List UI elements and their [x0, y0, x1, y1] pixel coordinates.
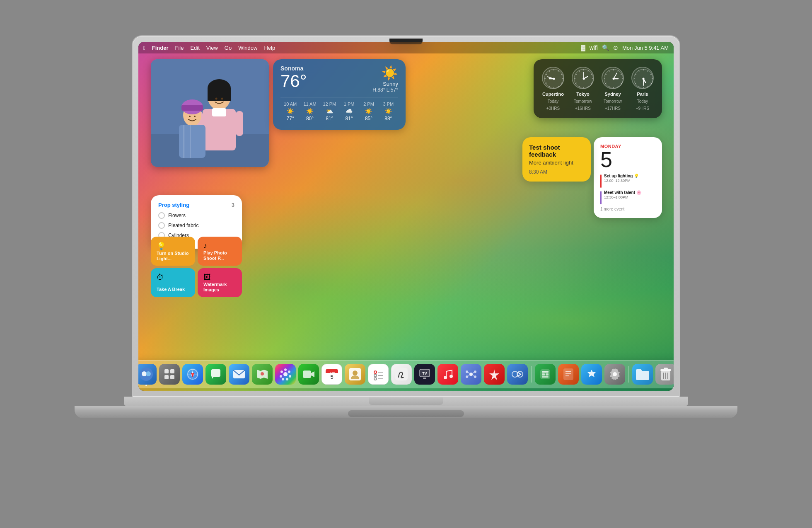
- reminder-item-fabric: Pleated fabric: [158, 222, 234, 229]
- file-menu[interactable]: File: [175, 45, 184, 51]
- clock-face-paris: [631, 67, 654, 89]
- svg-text:TV: TV: [422, 371, 427, 375]
- weather-hl: H:88° L:57°: [372, 87, 398, 93]
- dock-app-reminders[interactable]: [368, 364, 389, 385]
- dock-app-mindnode[interactable]: [461, 364, 481, 385]
- clock-day-paris: Today: [637, 99, 648, 104]
- window-menu[interactable]: Window: [238, 45, 257, 51]
- weather-hour-item: 1 PM ☁️ 81°: [339, 102, 359, 121]
- weather-condition: Sunny: [372, 81, 398, 87]
- control-center-icon[interactable]: ⊙: [613, 44, 618, 51]
- svg-point-102: [289, 375, 291, 378]
- clock-city-paris: Paris: [637, 92, 648, 97]
- shortcut-break[interactable]: ⏱ Take A Break: [151, 268, 195, 297]
- dock-app-freeform[interactable]: [391, 364, 412, 385]
- clock-day-cupertino: Today: [548, 99, 559, 104]
- reminder-circle-1[interactable]: [158, 212, 165, 219]
- dock-app-trash[interactable]: [655, 364, 674, 385]
- battery-icon[interactable]: ▓: [581, 44, 585, 51]
- notes-title: Test shoot feedback: [529, 144, 584, 158]
- dock-app-pages[interactable]: [558, 364, 579, 385]
- dock-separator-2: [628, 366, 629, 383]
- svg-rect-86: [164, 369, 169, 373]
- svg-rect-8: [212, 108, 226, 116]
- svg-point-66: [613, 78, 615, 80]
- svg-point-132: [474, 371, 476, 373]
- dock-app-launchpad[interactable]: [159, 364, 180, 385]
- svg-line-136: [473, 372, 474, 373]
- datetime-display: Mon Jun 5 9:41 AM: [622, 45, 669, 51]
- dock-app-finder[interactable]: [138, 364, 157, 385]
- photo-widget: [151, 59, 269, 167]
- finder-menu[interactable]: Finder: [152, 45, 169, 51]
- dock-app-calendar[interactable]: 5JUN: [321, 364, 342, 385]
- svg-point-104: [282, 378, 284, 380]
- svg-rect-152: [660, 369, 671, 371]
- dock-app-messages[interactable]: [205, 364, 226, 385]
- dock-app-maps[interactable]: [252, 364, 273, 385]
- svg-rect-145: [542, 376, 549, 378]
- help-menu[interactable]: Help: [264, 45, 275, 51]
- clock-city-tokyo: Tokyo: [576, 92, 590, 97]
- shortcut-icon-break: ⏱: [157, 273, 189, 282]
- shortcut-icon-music: ♪: [203, 242, 236, 250]
- svg-point-99: [283, 372, 288, 376]
- dock-app-settings[interactable]: [604, 364, 625, 385]
- svg-point-101: [288, 371, 290, 373]
- go-menu[interactable]: Go: [225, 45, 232, 51]
- dock-app-safari[interactable]: [182, 364, 203, 385]
- event-time-1: 12:00–12:30PM: [604, 179, 639, 183]
- clock-offset-tokyo: +16HRS: [575, 106, 591, 111]
- calendar-day: 5: [600, 149, 655, 170]
- dock: 5JUN TV: [138, 360, 674, 388]
- clock-city-sydney: Sydney: [604, 92, 621, 97]
- shortcut-label-light: Turn on Studio Light...: [157, 251, 189, 262]
- clock-item-cupertino: Cupertino Today +0HRS: [542, 67, 564, 111]
- svg-point-128: [444, 376, 447, 379]
- clocks-widget: Cupertino Today +0HRS Tokyo Tomorrow +16…: [534, 59, 662, 118]
- svg-point-18: [194, 116, 196, 117]
- dock-app-music[interactable]: [437, 364, 458, 385]
- clock-offset-sydney: +17HRS: [605, 106, 621, 111]
- svg-point-34: [553, 78, 555, 80]
- svg-line-135: [468, 372, 469, 373]
- dock-app-news[interactable]: [484, 364, 505, 385]
- weather-widget: Sonoma 76° ☀️ Sunny H:88° L:57° 10 AM ☀️: [273, 59, 406, 130]
- clock-item-sydney: Sydney Tomorrow +17HRS: [602, 67, 624, 111]
- dock-app-contacts[interactable]: [345, 364, 365, 385]
- svg-point-131: [466, 371, 468, 373]
- dock-app-appstore[interactable]: [581, 364, 602, 385]
- shortcut-label-break: Take A Break: [157, 287, 189, 292]
- shortcut-watermark[interactable]: 🖼 Watermark Images: [198, 268, 242, 297]
- dock-app-photos[interactable]: [275, 364, 296, 385]
- reminders-count: 3: [232, 202, 234, 208]
- menu-bar-right: ▓ wifi 🔍 ⊙ Mon Jun 5 9:41 AM: [581, 44, 669, 51]
- reminder-circle-2[interactable]: [158, 222, 165, 229]
- svg-line-138: [473, 375, 474, 376]
- dock-app-folder[interactable]: [632, 364, 653, 385]
- dock-app-tv[interactable]: TV: [414, 364, 435, 385]
- clock-item-tokyo: Tokyo Tomorrow +16HRS: [572, 67, 594, 111]
- clock-face-cupertino: [542, 67, 564, 89]
- edit-menu[interactable]: Edit: [190, 45, 199, 51]
- reminders-header: Prop styling 3: [158, 202, 234, 208]
- dock-app-facetime[interactable]: [298, 364, 319, 385]
- weather-hour-item: 11 AM ☀️ 80°: [300, 102, 319, 121]
- svg-rect-4: [208, 88, 231, 101]
- shortcut-photo-shoot[interactable]: ♪ Play Photo Shoot P...: [198, 237, 242, 266]
- dock-app-migration[interactable]: [507, 364, 528, 385]
- weather-hour-item: 2 PM ☀️ 85°: [359, 102, 378, 121]
- apple-menu[interactable]: : [143, 45, 145, 51]
- dock-app-mail[interactable]: [229, 364, 249, 385]
- shortcut-icon-light: 💡: [157, 242, 189, 251]
- trackpad[interactable]: [348, 410, 464, 417]
- dock-app-numbers[interactable]: [535, 364, 556, 385]
- wifi-icon[interactable]: wifi: [590, 44, 598, 51]
- calendar-more: 1 more event: [600, 207, 655, 211]
- search-icon[interactable]: 🔍: [602, 44, 609, 51]
- calendar-event-2: Meet with talent 🌸 12:30–1:00PM: [600, 190, 655, 204]
- macbook-frame:  Finder File Edit View Go Window Help ▓…: [116, 36, 696, 492]
- weather-hour-item: 10 AM ☀️ 77°: [280, 102, 300, 121]
- shortcut-studio-light[interactable]: 💡 Turn on Studio Light...: [151, 237, 195, 266]
- view-menu[interactable]: View: [206, 45, 218, 51]
